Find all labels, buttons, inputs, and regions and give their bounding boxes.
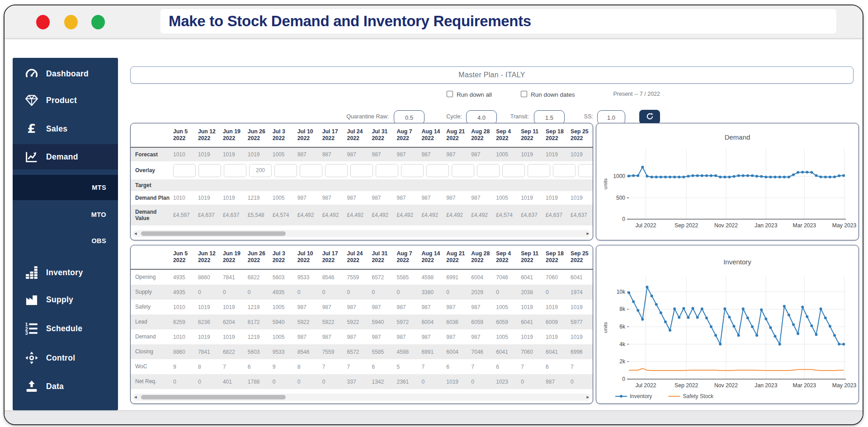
table-cell: 987 bbox=[443, 304, 468, 310]
scrollbar-thumb[interactable] bbox=[141, 395, 286, 399]
table-cell: 987 bbox=[443, 334, 468, 340]
column-header: Jun 52022 bbox=[170, 250, 195, 264]
table-cell: 5922 bbox=[344, 319, 369, 325]
ss-label: SS: bbox=[571, 113, 593, 120]
table-cell: 4598 bbox=[419, 274, 443, 281]
row-label: Demand bbox=[131, 333, 170, 340]
overlay-input[interactable] bbox=[502, 164, 525, 177]
column-header: Jul 172022 bbox=[320, 250, 344, 264]
table-cell: 5922 bbox=[320, 319, 344, 325]
sidebar-item-dashboard[interactable]: Dashboard bbox=[13, 61, 118, 86]
svg-text:10k: 10k bbox=[617, 289, 626, 295]
scrollbar-thumb[interactable] bbox=[141, 231, 286, 236]
page-title: Master Plan - ITALY bbox=[130, 66, 854, 84]
table-cell: 6041 bbox=[493, 349, 518, 355]
scroll-left-icon[interactable]: ◂ bbox=[134, 394, 137, 401]
close-button[interactable] bbox=[36, 15, 50, 29]
table-cell: 6004 bbox=[468, 274, 493, 281]
sidebar-item-control[interactable]: Control bbox=[13, 345, 118, 371]
overlay-input[interactable] bbox=[553, 164, 576, 177]
sidebar-item-product[interactable]: Product bbox=[13, 88, 118, 113]
sidebar-item-data[interactable]: Data bbox=[13, 374, 118, 399]
overlay-input[interactable] bbox=[249, 164, 272, 177]
table-cell: 1019 bbox=[195, 195, 220, 201]
overlay-input[interactable] bbox=[300, 164, 322, 177]
table-cell: 4935 bbox=[270, 289, 295, 296]
table-cell: 987 bbox=[468, 304, 493, 310]
table-cell: 1019 bbox=[220, 304, 245, 310]
table-cell: 1019 bbox=[195, 151, 220, 158]
sidebar-subitem-mto[interactable]: MTO bbox=[13, 202, 118, 227]
table-cell: 7 bbox=[568, 364, 593, 370]
row-label: Forecast bbox=[131, 151, 170, 158]
table-row: Target bbox=[131, 179, 593, 191]
table-cell: 0 bbox=[245, 289, 270, 296]
svg-text:Nov 2022: Nov 2022 bbox=[714, 222, 738, 229]
table-horizontal-scrollbar[interactable]: ◂▸ bbox=[133, 230, 590, 237]
table-cell: 987 bbox=[295, 304, 320, 310]
refresh-button[interactable] bbox=[639, 110, 660, 124]
inventory-plan-table: Jun 52022Jun 122022Jun 192022Jun 262022J… bbox=[130, 245, 593, 404]
overlay-input[interactable] bbox=[376, 164, 398, 177]
column-header: Aug 72022 bbox=[394, 250, 419, 264]
table-cell: 1005 bbox=[270, 195, 295, 201]
column-header: Aug 72022 bbox=[394, 128, 419, 142]
sidebar-item-supply[interactable]: Supply bbox=[13, 287, 118, 312]
overlay-input[interactable] bbox=[401, 164, 424, 177]
table-cell: 0 bbox=[468, 379, 493, 385]
minimize-button[interactable] bbox=[64, 15, 78, 29]
svg-text:500: 500 bbox=[616, 195, 625, 201]
overlay-input[interactable] bbox=[198, 164, 221, 177]
scroll-right-icon[interactable]: ▸ bbox=[586, 394, 589, 401]
row-label: Demand Plan bbox=[131, 195, 170, 201]
overlay-input[interactable] bbox=[173, 164, 196, 177]
sidebar-item-inventory[interactable]: Inventory bbox=[13, 260, 118, 285]
table-cell: £4,492 bbox=[419, 212, 443, 218]
table-cell: 1010 bbox=[170, 195, 195, 201]
table-cell: 6004 bbox=[419, 319, 443, 325]
scroll-right-icon[interactable]: ▸ bbox=[586, 230, 589, 237]
column-header: Jul 32022 bbox=[270, 128, 295, 142]
overlay-input[interactable] bbox=[350, 164, 373, 177]
sidebar-subitem-mts[interactable]: MTS bbox=[13, 175, 118, 200]
overlay-input[interactable] bbox=[325, 164, 348, 177]
titlebar: Make to Stock Demand and Inventory Requi… bbox=[5, 5, 863, 39]
column-header: Sep 252022 bbox=[568, 128, 593, 142]
overlay-input[interactable] bbox=[528, 164, 550, 177]
table-cell: 987 bbox=[369, 195, 394, 201]
sidebar-item-label: Supply bbox=[46, 287, 73, 312]
table-cell: 5977 bbox=[568, 319, 593, 325]
column-header: Aug 282022 bbox=[468, 128, 493, 142]
scroll-left-icon[interactable]: ◂ bbox=[134, 230, 137, 237]
overlay-input[interactable] bbox=[452, 164, 474, 177]
table-cell: 7841 bbox=[195, 349, 220, 355]
overlay-input[interactable] bbox=[477, 164, 500, 177]
sidebar-item-sales[interactable]: £Sales bbox=[13, 116, 118, 141]
table-cell: 1005 bbox=[493, 304, 518, 310]
overlay-input[interactable] bbox=[224, 164, 246, 177]
maximize-button[interactable] bbox=[91, 15, 105, 29]
column-header: Sep 42022 bbox=[493, 250, 518, 264]
svg-text:4k: 4k bbox=[619, 341, 626, 347]
svg-text:3: 3 bbox=[25, 330, 28, 336]
table-cell: 987 bbox=[369, 151, 394, 158]
table-cell: 4598 bbox=[394, 349, 419, 355]
run-down-all-checkbox[interactable] bbox=[447, 91, 453, 97]
inventory-chart: InventoryJul 2022Sep 2022Nov 2022Jan 202… bbox=[596, 245, 859, 404]
sidebar-item-demand[interactable]: Demand bbox=[13, 144, 118, 169]
overlay-input[interactable] bbox=[426, 164, 449, 177]
overlay-input[interactable] bbox=[274, 164, 297, 177]
column-header: Sep 182022 bbox=[543, 128, 568, 142]
run-down-dates-checkbox[interactable] bbox=[521, 91, 527, 97]
table-horizontal-scrollbar[interactable]: ◂▸ bbox=[133, 394, 590, 401]
sidebar-subitem-obs[interactable]: OBS bbox=[13, 228, 118, 253]
table-cell: 987 bbox=[295, 334, 320, 340]
sidebar-item-schedule[interactable]: 123Schedule bbox=[13, 316, 118, 341]
svg-text:Sep 2022: Sep 2022 bbox=[675, 382, 698, 389]
table-cell: 1005 bbox=[270, 334, 295, 340]
table-cell: 1019 bbox=[543, 334, 568, 340]
svg-text:Inventory: Inventory bbox=[723, 258, 751, 266]
overlay-input[interactable] bbox=[578, 164, 593, 177]
table-cell: 1019 bbox=[220, 334, 245, 340]
table-cell: 6822 bbox=[220, 349, 245, 355]
